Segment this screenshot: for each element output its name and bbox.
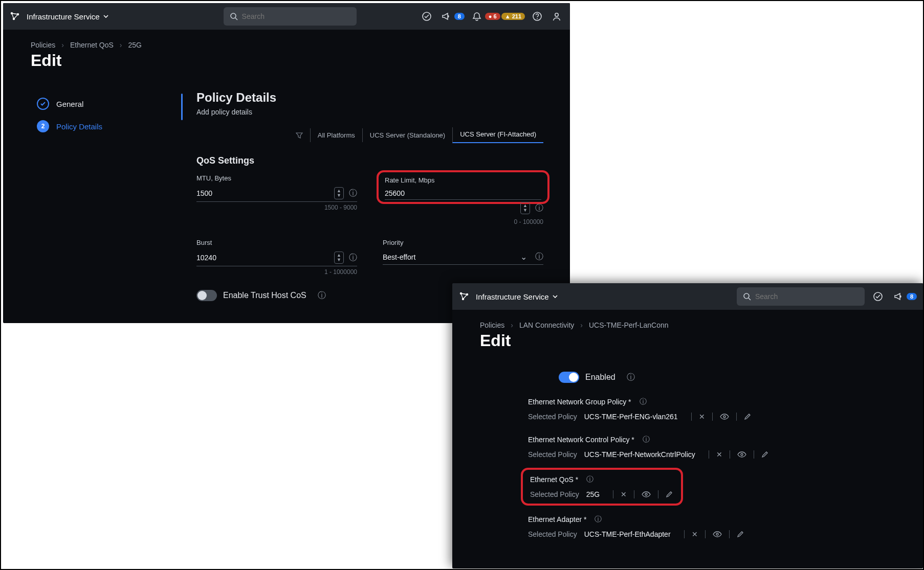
check-circle-icon[interactable] — [420, 9, 434, 24]
step-policy-details[interactable]: 2 Policy Details — [28, 115, 181, 138]
window-lan-connectivity-edit: Infrastructure Service 8 Policies› LAN C… — [452, 283, 923, 568]
pencil-icon[interactable] — [736, 531, 745, 538]
policy-ctrl: Ethernet Network Control Policy *ⓘ Selec… — [477, 428, 898, 466]
service-label: Infrastructure Service — [476, 292, 549, 301]
svg-point-3 — [231, 13, 236, 18]
search-input[interactable] — [755, 292, 859, 301]
mtu-label: MTU, Bytes — [196, 174, 357, 182]
user-icon[interactable] — [549, 9, 564, 24]
enabled-label: Enabled — [585, 373, 615, 382]
clear-icon[interactable]: ✕ — [715, 450, 723, 459]
pencil-icon[interactable] — [760, 451, 769, 458]
pencil-icon[interactable] — [665, 491, 674, 498]
enabled-toggle[interactable] — [559, 372, 579, 383]
eye-icon[interactable] — [712, 531, 723, 537]
service-selector[interactable]: Infrastructure Service — [476, 292, 558, 301]
svg-point-13 — [723, 416, 725, 418]
svg-point-11 — [744, 293, 749, 299]
field-burst: Burst 10240 ▲▼ ⓘ 1 - 1000000 — [196, 239, 357, 276]
crumb-lanconn-name[interactable]: UCS-TME-Perf-LanConn — [589, 321, 669, 329]
service-selector[interactable]: Infrastructure Service — [27, 12, 109, 21]
step-general[interactable]: General — [28, 93, 181, 115]
mtu-input[interactable]: 1500 ▲▼ ⓘ — [196, 185, 357, 202]
info-icon[interactable]: ⓘ — [627, 372, 635, 383]
info-icon[interactable]: ⓘ — [349, 253, 357, 263]
crumb-policies[interactable]: Policies — [480, 321, 504, 329]
eng-label: Ethernet Network Group Policy * — [528, 398, 631, 406]
eye-icon[interactable] — [641, 491, 652, 497]
qos-label: Ethernet QoS * — [530, 475, 578, 484]
alert-red-badge: ● 6 — [485, 13, 500, 20]
highlight-rate-limit: Rate Limit, Mbps 25600 — [377, 170, 549, 204]
burst-input[interactable]: 10240 ▲▼ ⓘ — [196, 249, 357, 266]
info-icon[interactable]: ⓘ — [586, 475, 593, 484]
window-qos-edit: Infrastructure Service 8 ● 6 ▲ 211 Polic… — [3, 3, 570, 323]
megaphone-icon[interactable] — [891, 289, 906, 304]
search-box[interactable] — [737, 287, 865, 306]
check-circle-icon[interactable] — [871, 289, 885, 304]
step-number: 2 — [37, 120, 49, 132]
step-details-label: Policy Details — [56, 122, 102, 131]
info-icon[interactable]: ⓘ — [640, 397, 647, 406]
eye-icon[interactable] — [736, 451, 747, 458]
crumb-policies[interactable]: Policies — [31, 41, 55, 49]
chevron-down-icon — [552, 293, 558, 300]
search-icon — [230, 12, 238, 20]
crumb-25g[interactable]: 25G — [128, 41, 141, 49]
announce-badge: 8 — [907, 293, 917, 300]
trust-cos-toggle[interactable] — [196, 290, 217, 301]
chevron-down-icon — [103, 13, 109, 19]
search-box[interactable] — [224, 7, 357, 26]
adapter-label: Ethernet Adapter * — [528, 515, 586, 523]
trust-cos-label: Enable Trust Host CoS — [223, 291, 306, 300]
rate-input[interactable]: 25600 — [385, 187, 541, 200]
field-priority: Priority Best-effort ⌄ ⓘ — [383, 239, 543, 276]
clear-icon[interactable]: ✕ — [691, 530, 699, 538]
tab-all-platforms[interactable]: All Platforms — [310, 128, 362, 142]
svg-point-15 — [645, 493, 647, 495]
breadcrumb: Policies› Ethernet QoS› 25G — [3, 30, 570, 49]
rate-value: 25600 — [385, 189, 541, 197]
step-nav: General 2 Policy Details — [28, 79, 181, 323]
eye-icon[interactable] — [719, 414, 730, 420]
bell-icon[interactable] — [470, 9, 484, 24]
qos-value: 25G — [586, 490, 600, 498]
stepper-icon[interactable]: ▲▼ — [334, 252, 344, 264]
info-icon[interactable]: ⓘ — [595, 515, 602, 524]
priority-label: Priority — [383, 239, 543, 246]
selected-policy-label: Selected Policy — [528, 450, 577, 459]
ctrl-label: Ethernet Network Control Policy * — [528, 436, 634, 444]
stepper-icon[interactable]: ▲▼ — [520, 202, 530, 214]
clear-icon[interactable]: ✕ — [620, 490, 628, 498]
pencil-icon[interactable] — [743, 413, 752, 420]
clear-icon[interactable]: ✕ — [698, 413, 706, 421]
platform-tabs: All Platforms UCS Server (Standalone) UC… — [196, 127, 543, 143]
breadcrumb: Policies› LAN Connectivity› UCS-TME-Perf… — [452, 310, 923, 329]
brand-icon — [9, 11, 20, 22]
info-icon[interactable]: ⓘ — [349, 188, 357, 199]
topbar: Infrastructure Service 8 ● 6 ▲ 211 — [3, 3, 570, 30]
megaphone-icon[interactable] — [439, 9, 453, 24]
alert-yellow-badge: ▲ 211 — [501, 13, 525, 20]
crumb-lan-connectivity[interactable]: LAN Connectivity — [519, 321, 574, 329]
tab-ucs-standalone[interactable]: UCS Server (Standalone) — [362, 128, 452, 142]
priority-select[interactable]: Best-effort ⌄ ⓘ — [383, 249, 543, 265]
help-icon[interactable] — [530, 9, 544, 24]
info-icon[interactable]: ⓘ — [535, 203, 543, 214]
mtu-range: 1500 - 9000 — [196, 204, 357, 211]
selected-policy-label: Selected Policy — [528, 530, 577, 538]
search-input[interactable] — [242, 12, 350, 20]
ctrl-value: UCS-TME-Perf-NetworkCntrlPolicy — [584, 450, 695, 459]
crumb-ethernet-qos[interactable]: Ethernet QoS — [70, 41, 114, 49]
info-icon[interactable]: ⓘ — [535, 252, 543, 262]
page-title: Edit — [3, 49, 570, 79]
stepper-icon[interactable]: ▲▼ — [334, 187, 344, 199]
info-icon[interactable]: ⓘ — [318, 290, 326, 301]
rate-range: 0 - 100000 — [383, 218, 543, 225]
info-icon[interactable]: ⓘ — [643, 435, 650, 444]
filter-icon[interactable] — [296, 132, 303, 139]
rate-label: Rate Limit, Mbps — [385, 176, 541, 184]
policy-adapter: Ethernet Adapter *ⓘ Selected Policy UCS-… — [477, 508, 898, 545]
tab-ucs-fi-attached[interactable]: UCS Server (FI-Attached) — [452, 127, 543, 143]
section-sub: Add policy details — [196, 108, 543, 116]
